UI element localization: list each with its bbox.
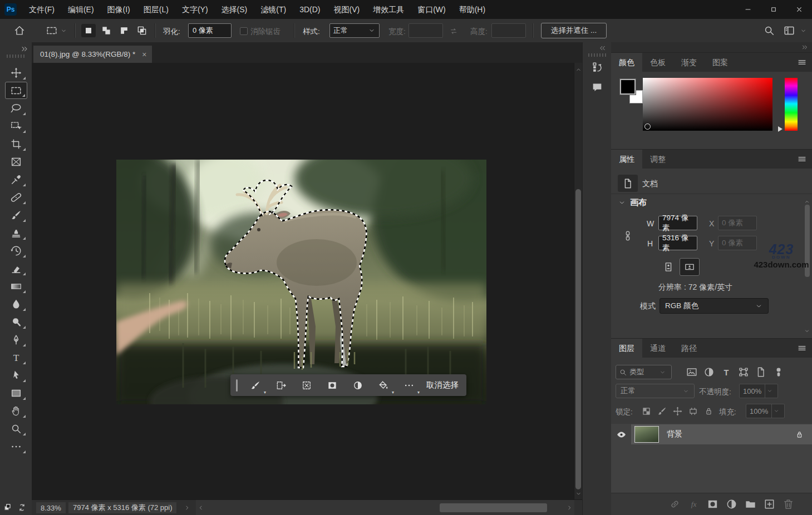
create-adjustment-button[interactable] (347, 377, 369, 394)
style-select[interactable]: 正常 (329, 23, 380, 38)
orientation-landscape-button[interactable] (680, 258, 700, 276)
color-tab[interactable]: 图案 (705, 53, 736, 72)
modify-selection-brush-button[interactable]: ▾ (244, 377, 267, 394)
lock-pixels-icon[interactable] (657, 406, 667, 417)
window-close-icon[interactable] (786, 0, 812, 19)
menu-w[interactable]: 窗口(W) (411, 0, 452, 19)
color-tab[interactable]: 渐变 (673, 53, 705, 72)
layer-locked-icon[interactable] (795, 430, 804, 439)
menu-y[interactable]: 文字(Y) (175, 0, 215, 19)
properties-tab[interactable]: 属性 (611, 150, 642, 169)
clone-stamp-tool[interactable] (5, 224, 27, 241)
document-tab[interactable]: 01(8).jpg @ 8.33%(RGB/8) * × (33, 46, 152, 63)
edit-toolbar-icon[interactable] (5, 438, 27, 455)
scroll-up-icon[interactable] (575, 66, 582, 73)
layers-tab[interactable]: 通道 (642, 339, 673, 358)
blur-tool[interactable] (5, 295, 27, 313)
color-mode-select[interactable]: RGB 颜色 (660, 298, 769, 314)
menu-e[interactable]: 编辑(E) (61, 0, 101, 19)
color-tab[interactable]: 颜色 (611, 53, 642, 72)
layer-visibility-toggle[interactable] (611, 424, 632, 444)
vertical-scrollbar[interactable] (574, 63, 583, 499)
more-options-button[interactable]: ▾ (398, 377, 420, 394)
toolbar-grip[interactable] (7, 55, 26, 58)
document-properties-button[interactable] (618, 175, 638, 192)
color-tab[interactable]: 色板 (642, 53, 673, 72)
antialias-checkbox[interactable] (240, 27, 248, 35)
canvas-width-input[interactable]: 7974 像素 (658, 216, 697, 230)
deselect-button[interactable]: 取消选择 (426, 380, 459, 390)
gradient-tool[interactable] (5, 278, 27, 295)
menu-v[interactable]: 视图(V) (327, 0, 366, 19)
panel-menu-icon[interactable] (796, 153, 808, 165)
menu-dd[interactable]: 3D(D) (293, 0, 327, 19)
menu-[interactable]: 增效工具 (366, 0, 411, 19)
panel-scroll-down-icon[interactable] (804, 325, 810, 337)
crop-tool[interactable] (5, 135, 27, 152)
properties-tab[interactable]: 调整 (642, 150, 673, 169)
type-tool[interactable]: T (5, 349, 27, 366)
hue-slider[interactable] (785, 78, 798, 131)
lock-all-icon[interactable] (703, 406, 714, 417)
subtract-selection-mode[interactable] (117, 24, 131, 37)
transform-selection-button[interactable] (296, 377, 318, 394)
expand-panels-icon[interactable] (598, 44, 607, 52)
new-adjustment-icon[interactable] (725, 498, 738, 511)
frame-tool[interactable] (5, 153, 27, 170)
eraser-tool[interactable] (5, 260, 27, 277)
horiz-scrollbar[interactable] (196, 500, 574, 515)
lock-transparency-icon[interactable] (641, 406, 652, 417)
vertical-scrollbar-thumb[interactable] (575, 189, 581, 489)
comments-panel-button[interactable] (588, 79, 606, 96)
link-layers-icon[interactable] (668, 498, 681, 511)
history-brush-tool[interactable] (5, 242, 27, 259)
create-mask-button[interactable] (321, 377, 343, 394)
hand-tool[interactable] (5, 402, 27, 419)
fill-selection-button[interactable]: ▾ (372, 377, 395, 394)
workspace-switcher-icon[interactable] (783, 24, 795, 37)
filter-smart-object-icon[interactable] (755, 366, 767, 378)
hue-slider-marker[interactable] (778, 126, 783, 132)
fill-input[interactable]: 100% (746, 404, 785, 418)
intersect-selection-mode[interactable] (135, 24, 149, 37)
status-expand-icon[interactable] (183, 504, 191, 512)
window-minimize-icon[interactable] (735, 0, 761, 19)
history-panel-button[interactable] (588, 59, 606, 76)
opacity-input[interactable]: 100% (739, 384, 778, 398)
layer-row[interactable]: 背景 (631, 424, 812, 444)
filter-image-icon[interactable] (686, 366, 698, 378)
feather-input[interactable]: 0 像素 (188, 23, 232, 38)
filter-type-icon[interactable]: T (720, 366, 732, 378)
filter-toggle-icon[interactable] (772, 366, 785, 378)
healing-brush-tool[interactable] (5, 189, 27, 206)
brush-tool[interactable] (5, 206, 27, 224)
pen-tool[interactable] (5, 331, 27, 348)
tool-preset-caret-icon[interactable] (60, 27, 67, 34)
eyedropper-tool[interactable] (5, 171, 27, 188)
blend-mode-select[interactable]: 正常 (616, 384, 695, 398)
add-selection-mode[interactable] (99, 24, 114, 37)
menu-s[interactable]: 选择(S) (215, 0, 254, 19)
home-icon[interactable] (13, 24, 26, 37)
search-icon[interactable] (763, 24, 775, 37)
tool-preset-marquee-icon[interactable] (46, 24, 58, 37)
lock-position-icon[interactable] (672, 406, 683, 417)
move-tool[interactable] (5, 64, 27, 81)
lock-artboard-icon[interactable] (688, 406, 698, 417)
zoom-tool[interactable] (5, 420, 27, 437)
default-colors-icon[interactable] (3, 503, 13, 512)
filter-adjustment-icon[interactable] (703, 366, 715, 378)
filter-shape-icon[interactable] (737, 366, 750, 378)
zoom-level[interactable]: 8.33% (36, 502, 66, 513)
swap-colors-icon[interactable] (17, 503, 27, 512)
orientation-portrait-button[interactable] (658, 258, 678, 276)
collapse-panels-icon[interactable] (801, 43, 809, 51)
menu-i[interactable]: 图像(I) (101, 0, 137, 19)
move-selection-button[interactable] (270, 377, 292, 394)
window-maximize-icon[interactable] (761, 0, 786, 19)
delete-layer-icon[interactable] (782, 498, 795, 511)
menu-l[interactable]: 图层(L) (137, 0, 175, 19)
layer-thumbnail[interactable] (634, 426, 659, 443)
add-mask-icon[interactable] (706, 498, 719, 511)
foreground-color-swatch[interactable] (620, 79, 636, 95)
